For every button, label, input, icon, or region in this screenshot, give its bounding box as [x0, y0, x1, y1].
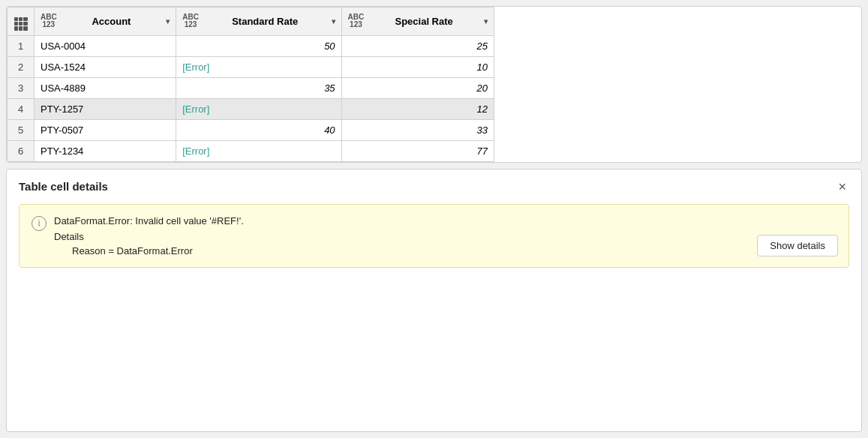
special-rate-cell[interactable]: 25: [341, 35, 494, 56]
details-title: Table cell details: [19, 180, 108, 193]
standard-rate-cell[interactable]: [Error]: [176, 56, 341, 77]
special-rate-cell[interactable]: 33: [341, 119, 494, 140]
standard-rate-cell[interactable]: [Error]: [176, 140, 341, 161]
table-container: ABC123 Account ▾ ABC123 Standard Rate ▾ …: [6, 6, 862, 163]
account-cell[interactable]: PTY-0507: [35, 119, 176, 140]
special-rate-cell[interactable]: 12: [341, 98, 494, 119]
error-reason: Reason = DataFormat.Error: [72, 245, 836, 256]
row-number: 5: [8, 119, 35, 140]
row-number: 4: [8, 98, 35, 119]
show-details-button[interactable]: Show details: [757, 235, 838, 256]
column-header-standard-rate[interactable]: ABC123 Standard Rate ▾: [176, 8, 341, 36]
row-number: 1: [8, 35, 35, 56]
info-icon: i: [32, 216, 47, 231]
error-box: i DataFormat.Error: Invalid cell value '…: [19, 204, 849, 268]
column-label-standard-rate: Standard Rate: [202, 16, 329, 27]
column-dropdown-special[interactable]: ▾: [484, 17, 488, 26]
table-row[interactable]: 4PTY-1257[Error]12: [8, 98, 494, 119]
table-row[interactable]: 5PTY-05074033: [8, 119, 494, 140]
column-label-account: Account: [60, 16, 164, 27]
standard-rate-cell[interactable]: 50: [176, 35, 341, 56]
table-row[interactable]: 2USA-1524[Error]10: [8, 56, 494, 77]
details-label: Details: [54, 231, 836, 242]
data-table: ABC123 Account ▾ ABC123 Standard Rate ▾ …: [7, 7, 494, 162]
account-cell[interactable]: USA-0004: [35, 35, 176, 56]
column-dropdown-standard[interactable]: ▾: [332, 17, 335, 26]
details-header: Table cell details ×: [19, 178, 849, 195]
special-rate-cell[interactable]: 10: [341, 56, 494, 77]
table-row[interactable]: 3USA-48893520: [8, 77, 494, 98]
details-panel: Table cell details × i DataFormat.Error:…: [6, 169, 862, 432]
standard-rate-cell[interactable]: 40: [176, 119, 341, 140]
account-cell[interactable]: PTY-1234: [35, 140, 176, 161]
grid-icon: [14, 17, 28, 31]
account-cell[interactable]: USA-1524: [35, 56, 176, 77]
column-label-special-rate: Special Rate: [367, 16, 481, 27]
column-type-icon-account: ABC123: [41, 14, 57, 28]
error-text: DataFormat.Error: Invalid cell value '#R…: [54, 215, 836, 256]
special-rate-cell[interactable]: 20: [341, 77, 494, 98]
table-row[interactable]: 6PTY-1234[Error]77: [8, 140, 494, 161]
error-box-content: i DataFormat.Error: Invalid cell value '…: [32, 215, 836, 256]
row-number: 2: [8, 56, 35, 77]
row-number: 6: [8, 140, 35, 161]
table-row[interactable]: 1USA-00045025: [8, 35, 494, 56]
column-type-icon-special: ABC123: [348, 14, 365, 28]
error-main-message: DataFormat.Error: Invalid cell value '#R…: [54, 215, 836, 226]
account-cell[interactable]: PTY-1257: [35, 98, 176, 119]
standard-rate-cell[interactable]: 35: [176, 77, 341, 98]
column-dropdown-account[interactable]: ▾: [166, 17, 170, 26]
close-button[interactable]: ×: [835, 178, 849, 195]
standard-rate-cell[interactable]: [Error]: [176, 98, 341, 119]
account-cell[interactable]: USA-4889: [35, 77, 176, 98]
row-number: 3: [8, 77, 35, 98]
column-header-account[interactable]: ABC123 Account ▾: [35, 8, 176, 36]
column-header-special-rate[interactable]: ABC123 Special Rate ▾: [341, 8, 494, 36]
column-type-icon-standard: ABC123: [182, 14, 199, 28]
grid-icon-header: [8, 8, 35, 36]
special-rate-cell[interactable]: 77: [341, 140, 494, 161]
